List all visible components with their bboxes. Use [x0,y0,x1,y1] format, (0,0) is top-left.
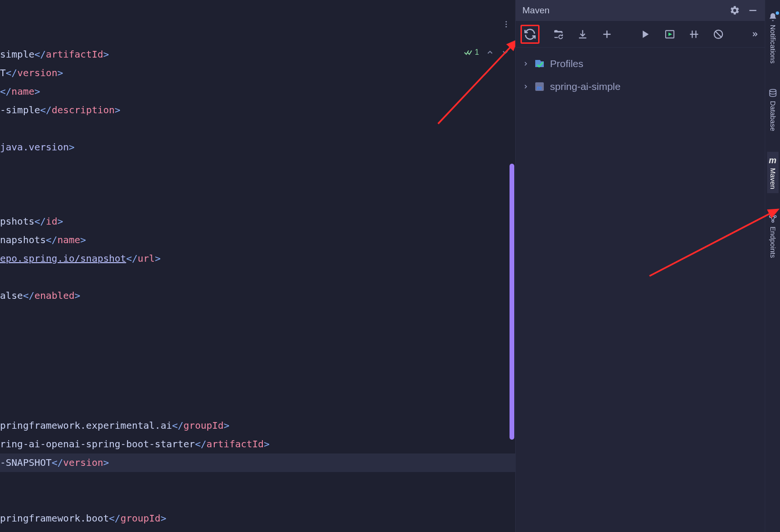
chevron-right-icon [522,60,529,67]
rail-item-endpoints[interactable]: Endpoints [767,210,779,262]
code-line[interactable] [0,305,515,324]
tree-label: Profiles [550,58,583,69]
endpoints-icon [768,214,778,224]
maven-icon: m [768,156,778,165]
svg-point-17 [770,89,776,91]
maven-module-icon: m [534,81,545,92]
add-icon[interactable] [601,28,612,41]
code-line[interactable]: -SNAPSHOT</version> [0,453,515,472]
code-line[interactable] [0,175,515,194]
profiles-icon [534,58,545,69]
code-line[interactable] [0,119,515,138]
toggle-offline-icon[interactable] [689,28,700,41]
code-line[interactable] [0,361,515,379]
tree-label: spring-ai-simple [550,81,620,92]
code-line[interactable] [0,194,515,212]
tree-row-profiles[interactable]: Profiles [519,52,762,75]
code-pane[interactable]: simple</artifactId>T</version></name>-si… [0,0,515,532]
code-line[interactable] [0,268,515,286]
more-toolbar-icon[interactable] [750,28,759,41]
rail-item-notifications[interactable]: Notifications [767,9,779,68]
code-line[interactable]: napshots</name> [0,231,515,249]
code-line[interactable]: simple</artifactId> [0,45,515,64]
code-line[interactable] [0,472,515,491]
minimize-icon[interactable] [748,5,758,16]
code-line[interactable]: ring-ai-openai-spring-boot-starter</arti… [0,435,515,453]
svg-text:m: m [537,85,542,91]
maven-tree[interactable]: Profiles m spring-ai-simple [516,48,765,532]
code-line[interactable] [0,398,515,416]
rail-label: Database [769,101,777,131]
code-line[interactable]: </name> [0,82,515,101]
code-line[interactable]: java.version> [0,138,515,157]
scrollbar-thumb[interactable] [510,164,514,440]
rail-label: Endpoints [769,227,777,258]
rail-item-database[interactable]: Database [767,85,779,135]
code-line[interactable]: pringframework.experimental.ai</groupId> [0,416,515,435]
code-line[interactable]: T</version> [0,64,515,82]
download-icon[interactable] [577,28,588,41]
rail-label: Notifications [769,25,777,64]
gear-icon[interactable] [730,5,740,16]
database-icon [768,89,778,98]
maven-toolbar [516,21,765,48]
code-line[interactable] [0,324,515,342]
code-line[interactable] [0,491,515,509]
rail-label: Maven [769,168,777,189]
right-tool-rail: Notifications Database m Maven Endpoints [765,0,780,532]
svg-line-13 [715,31,721,37]
code-line[interactable]: -simple</description> [0,101,515,119]
folder-reload-icon[interactable] [553,28,564,41]
code-line[interactable] [0,157,515,175]
reload-icon[interactable] [523,28,537,41]
code-line[interactable]: pringframework.boot</groupId> [0,509,515,528]
code-line[interactable] [0,379,515,398]
chevron-right-icon [522,83,529,90]
maven-header: Maven [516,0,765,21]
rail-item-maven[interactable]: m Maven [767,152,779,193]
maven-header-title: Maven [522,5,725,16]
bell-icon [768,12,778,22]
code-line[interactable]: epo.spring.io/snapshot</url> [0,249,515,268]
code-line[interactable]: pshots</id> [0,212,515,231]
code-line[interactable]: alse</enabled> [0,286,515,305]
run-config-icon[interactable] [664,28,675,41]
maven-tool-window: Maven [515,0,765,532]
code-line[interactable] [0,342,515,361]
tree-row-project[interactable]: m spring-ai-simple [519,75,762,98]
run-icon[interactable] [640,28,650,41]
skip-tests-icon[interactable] [713,28,724,41]
editor-area: 1 simple</artifactId>T</version></name>-… [0,0,515,532]
